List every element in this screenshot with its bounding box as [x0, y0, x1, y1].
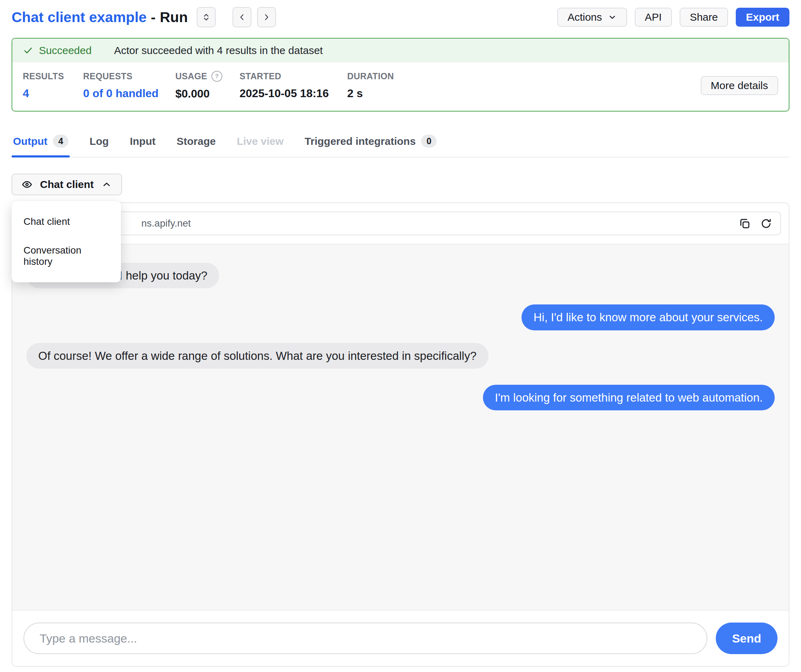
actions-button[interactable]: Actions	[557, 8, 627, 27]
actor-title-link[interactable]: Chat client example	[11, 9, 146, 26]
usage-label: USAGE ?	[175, 71, 240, 82]
export-button-label: Export	[746, 11, 779, 23]
results-label: RESULTS	[23, 71, 83, 81]
tab-log-label: Log	[89, 135, 109, 147]
results-value-link[interactable]: 4	[23, 87, 83, 100]
requests-label: REQUESTS	[83, 71, 175, 81]
requests-value-link[interactable]: 0 of 0 handled	[83, 87, 175, 100]
api-button-label: API	[645, 11, 662, 23]
actions-button-label: Actions	[568, 11, 602, 23]
tab-triggered-integrations-badge: 0	[421, 135, 437, 148]
usage-value: $0.000	[175, 87, 240, 100]
run-tabs: Output 4 Log Input Storage Live view Tri…	[11, 130, 790, 158]
more-details-label: More details	[711, 80, 768, 92]
chevron-right-icon	[262, 12, 272, 22]
status-badge: Succeeded	[39, 45, 92, 56]
chat-composer: Send	[12, 610, 789, 666]
chat-message-user: Hi, I'd like to know more about your ser…	[521, 304, 775, 330]
api-button[interactable]: API	[635, 8, 672, 27]
send-button[interactable]: Send	[716, 622, 777, 654]
tab-live-view-label: Live view	[237, 135, 283, 147]
run-status-card: Succeeded Actor succeeded with 4 results…	[11, 38, 790, 111]
stat-duration: DURATION 2 s	[347, 71, 394, 100]
started-label: STARTED	[240, 71, 347, 81]
tab-triggered-integrations-label: Triggered integrations	[305, 135, 416, 147]
tab-output[interactable]: Output 4	[11, 130, 70, 157]
share-button-label: Share	[690, 11, 718, 23]
tab-storage-label: Storage	[177, 135, 216, 147]
message-input[interactable]	[24, 622, 708, 654]
tab-input[interactable]: Input	[129, 130, 157, 157]
check-icon	[23, 45, 33, 56]
tab-input-label: Input	[130, 135, 155, 147]
run-selector-stepper[interactable]	[197, 7, 216, 27]
duration-label: DURATION	[347, 71, 394, 81]
tab-triggered-integrations[interactable]: Triggered integrations 0	[303, 130, 438, 157]
stat-requests: REQUESTS 0 of 0 handled	[83, 71, 175, 100]
page-title: Run	[160, 9, 188, 26]
header-actions: Actions API Share Export	[557, 8, 790, 27]
tab-storage[interactable]: Storage	[175, 130, 217, 157]
chevron-down-icon	[608, 13, 617, 22]
chevron-up-icon	[101, 179, 112, 190]
previous-run-button[interactable]	[233, 7, 251, 27]
usage-label-text: USAGE	[175, 71, 207, 81]
iframe-header: ns.apify.net	[12, 203, 789, 244]
duration-value: 2 s	[347, 87, 394, 100]
next-run-button[interactable]	[257, 7, 276, 27]
stat-results: RESULTS 4	[23, 71, 83, 100]
tab-live-view: Live view	[235, 130, 285, 157]
view-selector-button[interactable]: Chat client	[11, 174, 122, 195]
chat-message-bot: Of course! We offer a wide range of solu…	[26, 343, 489, 369]
iframe-toolbar	[739, 218, 772, 229]
tab-log[interactable]: Log	[88, 130, 110, 157]
stat-started: STARTED 2025-10-05 18:16	[240, 71, 347, 100]
output-view-selector: Chat client Chat client Conversation his…	[11, 174, 122, 195]
export-button[interactable]: Export	[736, 8, 790, 27]
view-selector-label: Chat client	[40, 178, 93, 190]
chat-client-card: ns.apify.net Hello! How can I help you t…	[11, 203, 790, 667]
eye-icon	[22, 179, 32, 190]
help-circle-icon[interactable]: ?	[211, 71, 222, 82]
refresh-icon[interactable]	[760, 218, 772, 229]
menu-item-chat-client[interactable]: Chat client	[11, 207, 121, 236]
chat-message-list: Hello! How can I help you today? Hi, I'd…	[12, 244, 789, 610]
status-banner: Succeeded Actor succeeded with 4 results…	[12, 39, 789, 63]
stat-usage: USAGE ? $0.000	[175, 71, 240, 100]
tab-output-label: Output	[13, 135, 47, 147]
started-value: 2025-10-05 18:16	[240, 87, 347, 100]
title-separator: -	[151, 9, 156, 26]
status-message: Actor succeeded with 4 results in the da…	[114, 45, 323, 56]
page-header: Chat client example - Run Actio	[11, 0, 790, 29]
up-down-chevrons-icon	[201, 12, 211, 22]
run-stats-row: RESULTS 4 REQUESTS 0 of 0 handled USAGE …	[12, 63, 789, 111]
menu-item-conversation-history[interactable]: Conversation history	[11, 236, 121, 276]
view-selector-menu: Chat client Conversation history	[11, 201, 121, 282]
more-details-button[interactable]: More details	[701, 76, 778, 95]
chat-message-user: I'm looking for something related to web…	[483, 385, 775, 410]
tab-output-badge: 4	[53, 135, 68, 148]
chevron-left-icon	[237, 12, 247, 22]
page-content: Chat client example - Run Actio	[0, 0, 801, 667]
run-detail-page: Chat client example - Run Actio	[0, 0, 801, 672]
share-button[interactable]: Share	[680, 8, 728, 27]
copy-icon[interactable]	[739, 218, 751, 229]
iframe-url-bar: ns.apify.net	[20, 212, 781, 235]
